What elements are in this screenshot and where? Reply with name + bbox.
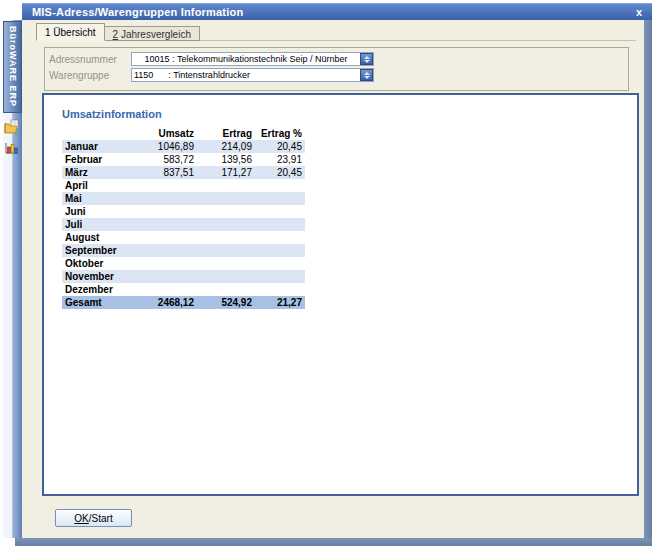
umsatz-cell bbox=[132, 205, 197, 218]
warengruppe-spinner-button[interactable] bbox=[360, 69, 373, 81]
month-cell: Februar bbox=[62, 153, 132, 166]
tab-uebersicht[interactable]: 1 Übersicht bbox=[36, 23, 105, 41]
up-arrow-icon bbox=[364, 56, 370, 59]
ertrag-pct-cell bbox=[255, 192, 305, 205]
table-row: Mai bbox=[62, 192, 305, 205]
table-row: August bbox=[62, 231, 305, 244]
warengruppe-value: 1150 : Tintenstrahldrucker bbox=[132, 70, 360, 80]
ertrag-pct-cell bbox=[255, 270, 305, 283]
ok-start-button[interactable]: OK/Start bbox=[55, 509, 132, 527]
adressnummer-spinner-button[interactable] bbox=[360, 53, 373, 65]
main-content: 1 Übersicht 2 Jahresvergleich Adressnumm… bbox=[22, 20, 644, 538]
month-cell: November bbox=[62, 270, 132, 283]
total-row: Gesamt 2468,12 524,92 21,27 bbox=[62, 296, 305, 309]
total-ertrag-pct-cell: 21,27 bbox=[255, 296, 305, 309]
window-title: MIS-Adress/Warengruppen Information bbox=[32, 6, 634, 18]
ertrag-cell bbox=[197, 283, 255, 296]
adressnummer-row: Adressnummer 10015 : Telekommunikationst… bbox=[49, 51, 628, 67]
umsatz-cell bbox=[132, 231, 197, 244]
tab-uebersicht-label: 1 Übersicht bbox=[45, 27, 96, 38]
ertrag-pct-cell bbox=[255, 244, 305, 257]
umsatz-cell bbox=[132, 283, 197, 296]
umsatz-cell bbox=[132, 244, 197, 257]
umsatz-cell bbox=[132, 257, 197, 270]
window-right-frame bbox=[644, 20, 652, 538]
table-row: Juni bbox=[62, 205, 305, 218]
ertrag-cell bbox=[197, 257, 255, 270]
up-arrow-icon bbox=[364, 72, 370, 75]
ertrag-cell: 139,56 bbox=[197, 153, 255, 166]
form-groupbox: Adressnummer 10015 : Telekommunikationst… bbox=[44, 47, 629, 91]
panel-title: Umsatzinformation bbox=[62, 108, 162, 120]
app-window: MIS-Adress/Warengruppen Information x Bü… bbox=[3, 3, 652, 546]
ertrag-cell: 171,27 bbox=[197, 166, 255, 179]
total-umsatz-cell: 2468,12 bbox=[132, 296, 197, 309]
table-row: Februar583,72139,5623,91 bbox=[62, 153, 305, 166]
ertrag-pct-cell bbox=[255, 231, 305, 244]
tab-strip: 1 Übersicht 2 Jahresvergleich bbox=[36, 24, 200, 41]
ertrag-cell: 214,09 bbox=[197, 140, 255, 153]
month-cell: Mai bbox=[62, 192, 132, 205]
ertrag-cell bbox=[197, 270, 255, 283]
table-row: April bbox=[62, 179, 305, 192]
window-bottom-frame bbox=[15, 538, 652, 546]
ertrag-pct-cell bbox=[255, 283, 305, 296]
table-row: September bbox=[62, 244, 305, 257]
table-row: November bbox=[62, 270, 305, 283]
umsatz-cell bbox=[132, 179, 197, 192]
table-row: März837,51171,2720,45 bbox=[62, 166, 305, 179]
ertrag-pct-cell bbox=[255, 218, 305, 231]
umsatz-cell bbox=[132, 270, 197, 283]
warengruppe-row: Warengruppe 1150 : Tintenstrahldrucker bbox=[49, 67, 628, 83]
ertrag-cell bbox=[197, 244, 255, 257]
adressnummer-value: 10015 : Telekommunikationstechnik Seip /… bbox=[132, 54, 360, 64]
table-row: Januar1046,89214,0920,45 bbox=[62, 140, 305, 153]
umsatz-column-header: Umsatz bbox=[132, 127, 197, 140]
table-header-row: Umsatz Ertrag Ertrag % bbox=[62, 127, 305, 140]
month-cell: Juni bbox=[62, 205, 132, 218]
adressnummer-field[interactable]: 10015 : Telekommunikationstechnik Seip /… bbox=[131, 52, 374, 66]
table-row: Juli bbox=[62, 218, 305, 231]
ertrag-cell bbox=[197, 192, 255, 205]
ertrag-pct-cell: 20,45 bbox=[255, 166, 305, 179]
umsatz-cell bbox=[132, 192, 197, 205]
umsatz-cell bbox=[132, 218, 197, 231]
close-icon[interactable]: x bbox=[634, 5, 644, 20]
umsatz-cell: 583,72 bbox=[132, 153, 197, 166]
info-panel: Umsatzinformation Umsatz Ertrag Ertrag %… bbox=[42, 93, 639, 496]
total-ertrag-cell: 524,92 bbox=[197, 296, 255, 309]
chart-icon[interactable] bbox=[4, 139, 20, 155]
down-arrow-icon bbox=[364, 60, 370, 63]
month-cell: Oktober bbox=[62, 257, 132, 270]
down-arrow-icon bbox=[364, 76, 370, 79]
ertrag-pct-cell: 20,45 bbox=[255, 140, 305, 153]
total-label-cell: Gesamt bbox=[62, 296, 132, 309]
month-cell: Januar bbox=[62, 140, 132, 153]
month-cell: Juli bbox=[62, 218, 132, 231]
ok-button-mnemonic: OK bbox=[74, 513, 88, 524]
umsatz-cell: 1046,89 bbox=[132, 140, 197, 153]
ertrag-cell bbox=[197, 218, 255, 231]
tab-jahresvergleich-label: Jahresvergleich bbox=[118, 29, 191, 40]
titlebar-corner bbox=[3, 3, 22, 20]
month-cell: Dezember bbox=[62, 283, 132, 296]
ertrag-cell bbox=[197, 179, 255, 192]
tab-jahresvergleich[interactable]: 2 Jahresvergleich bbox=[105, 26, 200, 41]
table-row: Dezember bbox=[62, 283, 305, 296]
ertrag-pct-cell bbox=[255, 205, 305, 218]
ertrag-pct-cell bbox=[255, 179, 305, 192]
month-column-header bbox=[62, 127, 132, 140]
warengruppe-field[interactable]: 1150 : Tintenstrahldrucker bbox=[131, 68, 374, 82]
month-cell: April bbox=[62, 179, 132, 192]
table-row: Oktober bbox=[62, 257, 305, 270]
brand-text: BüroWARE ERP bbox=[8, 26, 18, 107]
brand-banner: BüroWARE ERP bbox=[3, 21, 22, 113]
ok-button-label: /Start bbox=[89, 513, 113, 524]
open-folder-icon[interactable] bbox=[4, 119, 20, 135]
ertrag-column-header: Ertrag bbox=[197, 127, 255, 140]
umsatz-cell: 837,51 bbox=[132, 166, 197, 179]
ertrag-pct-cell bbox=[255, 257, 305, 270]
ertrag-cell bbox=[197, 205, 255, 218]
title-bar: MIS-Adress/Warengruppen Information x bbox=[22, 3, 652, 20]
sidebar: BüroWARE ERP bbox=[3, 20, 22, 538]
